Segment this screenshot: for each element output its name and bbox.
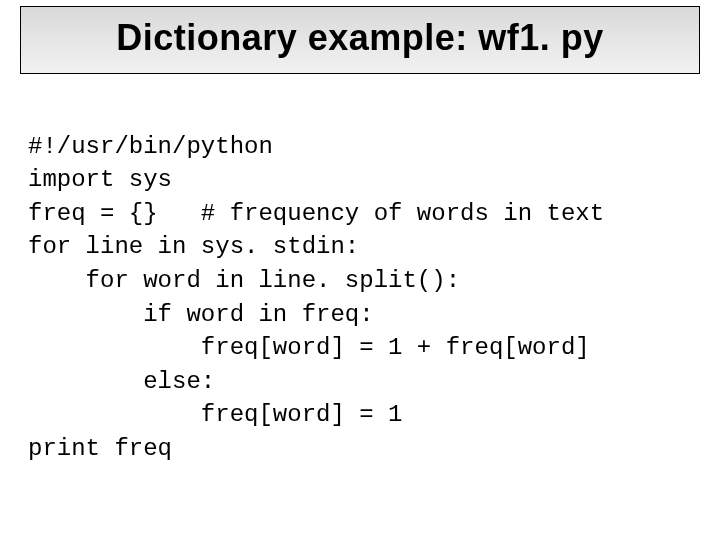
title-container: Dictionary example: wf1. py bbox=[20, 6, 700, 74]
code-line: freq = {} # frequency of words in text bbox=[28, 200, 604, 227]
code-line: if word in freq: bbox=[28, 301, 374, 328]
code-line: freq[word] = 1 + freq[word] bbox=[28, 334, 590, 361]
code-line: #!/usr/bin/python bbox=[28, 133, 273, 160]
code-line: for line in sys. stdin: bbox=[28, 233, 359, 260]
code-line: else: bbox=[28, 368, 215, 395]
code-block: #!/usr/bin/python import sys freq = {} #… bbox=[28, 96, 692, 466]
slide-title: Dictionary example: wf1. py bbox=[39, 17, 681, 59]
code-line: freq[word] = 1 bbox=[28, 401, 402, 428]
code-line: import sys bbox=[28, 166, 172, 193]
code-line: for word in line. split(): bbox=[28, 267, 460, 294]
code-line: print freq bbox=[28, 435, 172, 462]
